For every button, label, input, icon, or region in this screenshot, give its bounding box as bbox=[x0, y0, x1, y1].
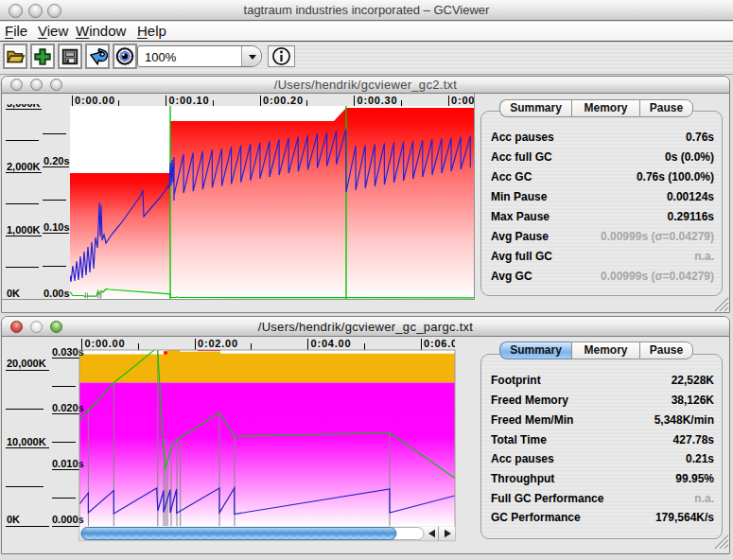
svg-text:0:00.10: 0:00.10 bbox=[169, 95, 210, 106]
svg-text:0:00.30: 0:00.30 bbox=[358, 95, 398, 106]
svg-text:0K: 0K bbox=[7, 288, 20, 299]
svg-text:0.20s: 0.20s bbox=[44, 155, 70, 166]
svg-text:3,000K: 3,000K bbox=[7, 97, 41, 109]
svg-text:0:00.20: 0:00.20 bbox=[263, 95, 304, 106]
svg-text:0:00.00: 0:00.00 bbox=[85, 338, 126, 349]
svg-text:0:06.00: 0:06.00 bbox=[424, 338, 464, 349]
svg-text:0.10s: 0.10s bbox=[44, 221, 70, 233]
svg-text:0:02.00: 0:02.00 bbox=[198, 338, 238, 349]
svg-text:0:00.00: 0:00.00 bbox=[75, 95, 115, 106]
svg-text:0K: 0K bbox=[7, 514, 20, 525]
svg-text:20,000K: 20,000K bbox=[7, 358, 46, 369]
svg-text:0:04.00: 0:04.00 bbox=[311, 338, 352, 349]
svg-text:2,000K: 2,000K bbox=[7, 161, 41, 172]
svg-text:0.00s: 0.00s bbox=[44, 288, 70, 299]
svg-text:10,000K: 10,000K bbox=[7, 436, 46, 447]
svg-text:1,000K: 1,000K bbox=[7, 224, 41, 236]
